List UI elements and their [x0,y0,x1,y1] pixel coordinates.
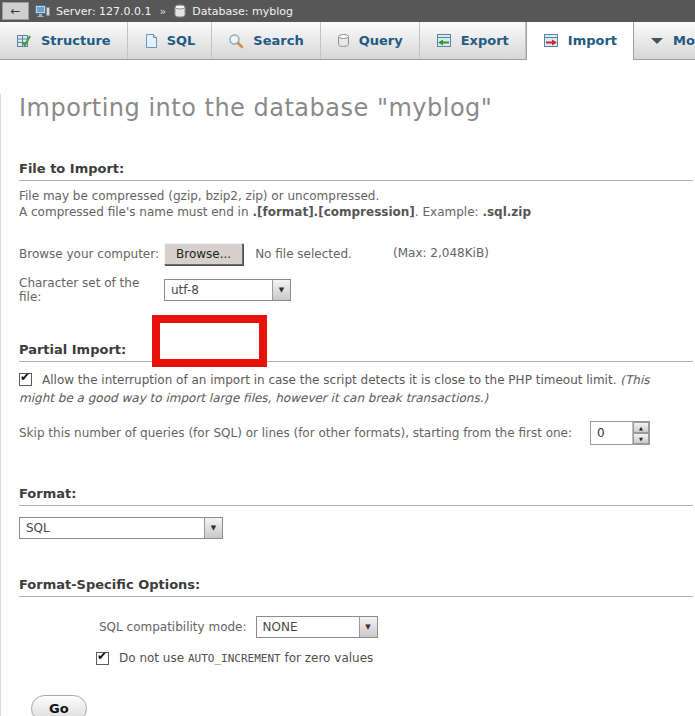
tab-label: Import [568,33,617,48]
charset-select[interactable]: utf-8 ▼ [164,279,291,301]
query-icon [337,33,350,48]
skip-queries-row: Skip this number of queries (for SQL) or… [19,421,695,445]
allow-interrupt-label: Allow the interruption of an import in c… [42,373,620,387]
dropdown-arrow-icon: ▼ [272,280,290,300]
tab-label: Query [359,33,403,48]
format-selected-value: SQL [20,518,56,538]
charset-label: Character set of the file: [19,276,164,304]
tab-sql[interactable]: SQL [128,22,213,59]
breadcrumb-database[interactable]: Database: myblog [192,5,293,18]
stepper-up-button[interactable]: ▲ [633,422,649,433]
page-title: Importing into the database "myblog" [19,94,695,122]
browse-label: Browse your computer: [19,247,164,261]
tab-label: Search [253,33,303,48]
stepper-down-button[interactable]: ▼ [633,433,649,444]
tab-export[interactable]: Export [420,22,526,59]
sql-compatibility-value: NONE [257,617,304,637]
tab-structure[interactable]: Structure [0,22,128,59]
section-heading-format: Format: [19,486,693,506]
server-icon [35,4,50,18]
breadcrumb-server[interactable]: Server: 127.0.0.1 [56,5,152,18]
section-heading-file-to-import: File to Import: [19,161,693,181]
compression-note: File may be compressed (gzip, bzip2, zip… [19,188,695,204]
tab-label: Export [461,33,509,48]
import-icon [543,33,559,49]
main-content: Importing into the database "myblog" Fil… [0,94,695,716]
sql-compatibility-select[interactable]: NONE ▼ [256,616,378,638]
go-button[interactable]: Go [31,695,87,716]
filename-note: A compressed file's name must end in .[f… [19,204,695,220]
dropdown-arrow-icon: ▼ [359,617,377,637]
tab-query[interactable]: Query [321,22,420,59]
auto-increment-label: Do not use AUTO_INCREMENT for zero value… [119,651,373,665]
tab-more[interactable]: More [634,22,695,59]
checkmark-icon: ✔ [20,371,30,384]
skip-queries-value: 0 [591,422,632,444]
max-upload-size: (Max: 2,048KiB) [393,246,489,260]
breadcrumb-bar: ← Server: 127.0.0.1 » Database: myblog [0,0,695,22]
dropdown-arrow-icon: ▼ [204,518,222,538]
sql-icon [144,33,158,49]
no-file-selected-text: No file selected. [255,247,352,261]
allow-interrupt-checkbox[interactable]: ✔ [19,373,32,386]
skip-queries-label: Skip this number of queries (for SQL) or… [19,426,572,440]
tab-label: More [673,33,695,48]
section-heading-partial-import: Partial Import: [19,342,693,362]
file-import-description: File may be compressed (gzip, bzip2, zip… [19,188,695,220]
browse-row: Browse your computer: Browse... No file … [19,242,695,266]
browse-button[interactable]: Browse... [164,243,243,265]
auto-increment-row: ✔ Do not use AUTO_INCREMENT for zero val… [96,651,695,665]
checkmark-icon: ✔ [97,650,107,663]
structure-icon [16,33,32,49]
format-select[interactable]: SQL ▼ [19,517,223,539]
export-icon [436,33,452,49]
allow-interrupt-row: ✔Allow the interruption of an import in … [19,371,681,407]
sql-compatibility-row: SQL compatibility mode: NONE ▼ [99,616,695,638]
chevron-down-icon [650,37,664,45]
tab-label: Structure [41,33,111,48]
database-icon [174,4,186,18]
stepper-arrows: ▲ ▼ [632,422,649,444]
section-heading-format-options: Format-Specific Options: [19,577,693,597]
tab-search[interactable]: Search [212,22,320,59]
charset-row: Character set of the file: utf-8 ▼ [19,276,695,304]
back-arrow-icon: ← [10,4,20,18]
tab-bar: Structure SQL Search Query Export Import [0,22,695,60]
auto-increment-checkbox[interactable]: ✔ [96,652,109,665]
sql-compatibility-label: SQL compatibility mode: [99,620,247,634]
tab-import[interactable]: Import [526,22,634,60]
search-icon [228,33,244,49]
tab-label: SQL [167,33,196,48]
skip-queries-stepper[interactable]: 0 ▲ ▼ [590,421,650,445]
back-button[interactable]: ← [2,2,29,20]
charset-selected-value: utf-8 [165,280,205,300]
breadcrumb-separator: » [160,5,167,18]
